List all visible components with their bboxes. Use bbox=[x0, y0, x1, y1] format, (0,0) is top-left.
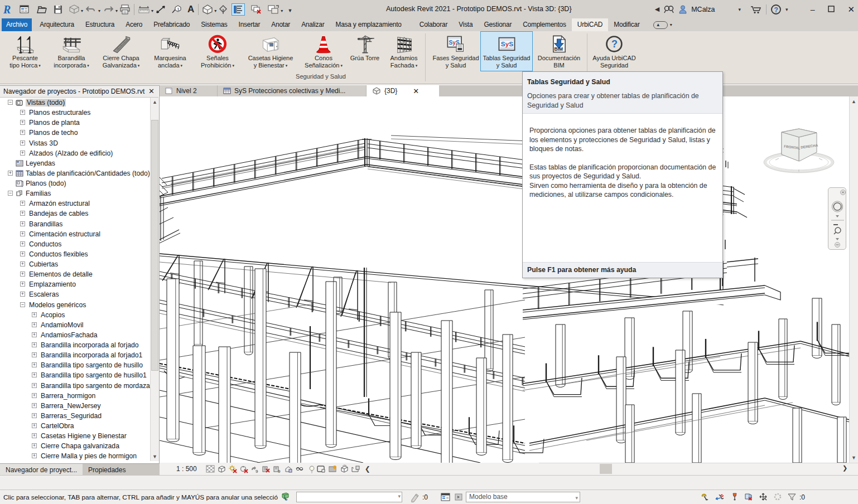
svg-text:R: R bbox=[3, 3, 11, 16]
svg-text:BIM: BIM bbox=[555, 46, 563, 52]
svg-text:1: 1 bbox=[177, 7, 180, 12]
svg-text:9: 9 bbox=[256, 469, 258, 474]
svg-text:9: 9 bbox=[278, 469, 281, 474]
svg-text:?: ? bbox=[611, 38, 618, 50]
svg-text:?: ? bbox=[774, 6, 778, 13]
svg-text:SyS: SyS bbox=[501, 40, 513, 47]
